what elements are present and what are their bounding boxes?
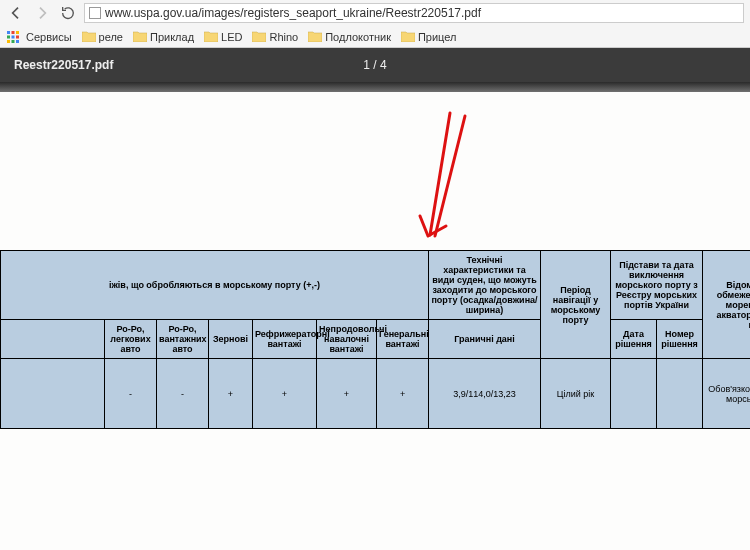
table-row: - - + + + + 3,9/114,0/13,23 Цілий рік Об… — [1, 359, 751, 429]
subheader-refrigerated: Рефрижераторні вантажі — [253, 320, 317, 359]
subheader-decision-no: Номер рішення — [657, 320, 703, 359]
svg-rect-8 — [16, 40, 19, 43]
address-bar[interactable]: www.uspa.gov.ua/images/registers_seaport… — [84, 3, 744, 23]
folder-icon — [252, 31, 266, 42]
pdf-shadow — [0, 82, 750, 92]
bookmark-folder[interactable]: LED — [200, 31, 246, 43]
pdf-page-indicator: 1 / 4 — [363, 58, 386, 72]
header-cargo-group: іжів, що обробляються в морському порту … — [1, 251, 429, 320]
cell-roro-trucks: - — [157, 359, 209, 429]
pdf-viewer: Reestr220517.pdf 1 / 4 іжів, що обробляю… — [0, 48, 750, 550]
bookmarks-apps[interactable]: Сервисы — [22, 31, 76, 43]
subheader-decision-date: Дата рішення — [611, 320, 657, 359]
url-text: www.uspa.gov.ua/images/registers_seaport… — [105, 6, 481, 20]
cell-limit-data: 3,9/114,0/13,23 — [429, 359, 541, 429]
cell-nonfood-bulk: + — [317, 359, 377, 429]
pdf-filename: Reestr220517.pdf — [14, 58, 113, 72]
svg-rect-5 — [16, 35, 19, 38]
bookmark-folder[interactable]: Подлокотник — [304, 31, 395, 43]
subheader-nonfood-bulk: Непродовольчі навалочні вантажі — [317, 320, 377, 359]
cell-decision-no — [657, 359, 703, 429]
subheader-blank — [1, 320, 105, 359]
folder-icon — [82, 31, 96, 42]
bookmark-folder[interactable]: Прицел — [397, 31, 461, 43]
header-tech: Технічні характеристики та види суден, щ… — [429, 251, 541, 320]
back-button[interactable] — [6, 3, 26, 23]
header-exclusion: Підстави та дата виключення морського по… — [611, 251, 703, 320]
svg-rect-4 — [12, 35, 15, 38]
subheader-roro-cars: Ро-Ро, легкових авто — [105, 320, 157, 359]
cell-decision-date — [611, 359, 657, 429]
bookmark-folder[interactable]: Rhino — [248, 31, 302, 43]
nav-toolbar: www.uspa.gov.ua/images/registers_seaport… — [0, 0, 750, 26]
page-icon — [89, 7, 101, 19]
cell-blank — [1, 359, 105, 429]
browser-chrome: www.uspa.gov.ua/images/registers_seaport… — [0, 0, 750, 48]
subheader-grain: Зернові — [209, 320, 253, 359]
cell-roro-cars: - — [105, 359, 157, 429]
bookmarks-bar: Сервисы реле Приклад LED Rhino Подлокотн… — [0, 26, 750, 48]
header-navigation: Період навігації у морському порту — [541, 251, 611, 359]
page-whitespace — [0, 92, 750, 250]
svg-rect-6 — [7, 40, 10, 43]
cell-navigation: Цілий рік — [541, 359, 611, 429]
svg-rect-2 — [16, 31, 19, 34]
folder-icon — [204, 31, 218, 42]
folder-icon — [308, 31, 322, 42]
svg-rect-0 — [7, 31, 10, 34]
folder-icon — [133, 31, 147, 42]
header-safety: Відомості щодо обмежень з безпеки морепл… — [703, 251, 750, 359]
pdf-page[interactable]: іжів, що обробляються в морському порту … — [0, 92, 750, 550]
forward-button[interactable] — [32, 3, 52, 23]
registry-table: іжів, що обробляються в морському порту … — [0, 250, 750, 429]
bookmark-folder[interactable]: Приклад — [129, 31, 198, 43]
subheader-limit-data: Граничні дані — [429, 320, 541, 359]
svg-rect-7 — [12, 40, 15, 43]
cell-refrigerated: + — [253, 359, 317, 429]
bookmark-folder[interactable]: реле — [78, 31, 127, 43]
reload-button[interactable] — [58, 3, 78, 23]
cell-safety: Обов'язкові постанови по морському порту — [703, 359, 750, 429]
apps-icon[interactable] — [6, 30, 20, 44]
svg-rect-3 — [7, 35, 10, 38]
subheader-roro-trucks: Ро-Ро, вантажних авто — [157, 320, 209, 359]
pdf-toolbar: Reestr220517.pdf 1 / 4 — [0, 48, 750, 82]
cell-general: + — [377, 359, 429, 429]
folder-icon — [401, 31, 415, 42]
svg-rect-1 — [12, 31, 15, 34]
annotation-arrow — [370, 108, 470, 248]
cell-grain: + — [209, 359, 253, 429]
